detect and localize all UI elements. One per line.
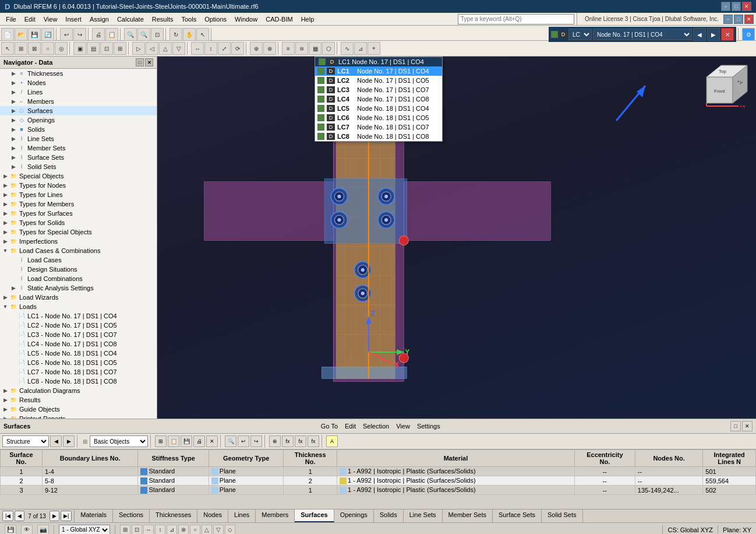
st-btn7[interactable]: ○: [190, 525, 200, 535]
ttb-btn5[interactable]: ✕: [206, 435, 218, 447]
tb2-6[interactable]: ▣: [73, 42, 86, 55]
tree-item-members[interactable]: ▶ ⌐ Members: [0, 97, 157, 106]
tree-toggle-printout-reports[interactable]: ▶: [1, 414, 9, 419]
tb2-25[interactable]: ⊿: [354, 42, 367, 55]
lc-dropdown-row-lc1[interactable]: D LC1 Node No. 17 | DS1 | CO4: [315, 66, 442, 76]
tree-item-member-sets[interactable]: ▶ ⌇ Member Sets: [0, 143, 157, 153]
lc-desc-select[interactable]: Node No. 17 | DS1 | CO4: [593, 29, 692, 40]
tb-rotate[interactable]: ↻: [169, 28, 182, 41]
bottom-tab-openings[interactable]: Openings: [334, 510, 374, 522]
ttb-btn7[interactable]: ↩: [238, 435, 249, 447]
nav-close-btn[interactable]: ✕: [145, 58, 153, 66]
bottom-tab-solid-sets[interactable]: Solid Sets: [542, 510, 583, 522]
tree-item-results[interactable]: ▶ 📁 Results: [0, 395, 157, 405]
tree-toggle-lc8-18-co8[interactable]: [9, 377, 17, 385]
page-first[interactable]: |◀: [2, 511, 13, 521]
tree-toggle-nodes[interactable]: ▶: [9, 79, 17, 87]
tree-item-types-special[interactable]: ▶ 📁 Types for Special Objects: [0, 227, 157, 237]
lc-dropdown-row-lc6[interactable]: D LC6 Node No. 18 | DS1 | CO5: [315, 113, 442, 122]
tree-item-thicknesses[interactable]: ▶ ≡ Thicknesses: [0, 69, 157, 78]
tree-item-design-situations[interactable]: ⌇ Design Situations: [0, 265, 157, 274]
tree-item-types-solids[interactable]: ▶ 📁 Types for Solids: [0, 218, 157, 227]
panel-restore[interactable]: □: [730, 421, 741, 431]
lc-dropdown-row-lc5[interactable]: D LC5 Node No. 18 | DS1 | CO4: [315, 104, 442, 113]
tb2-2[interactable]: ⊞: [15, 42, 27, 55]
menu-edit[interactable]: Edit: [21, 15, 39, 24]
bottom-tab-sections[interactable]: Sections: [113, 510, 150, 522]
tb2-4[interactable]: ○: [41, 42, 54, 55]
tree-toggle-results[interactable]: ▶: [1, 396, 9, 404]
tb-open[interactable]: 📂: [15, 28, 27, 41]
bottom-tab-member-sets[interactable]: Member Sets: [443, 510, 493, 522]
panel-close[interactable]: ✕: [742, 421, 753, 431]
tree-item-lc6-18-co5[interactable]: 📄 LC6 - Node No. 18 | DS1 | CO5: [0, 358, 157, 367]
tree-toggle-lc3-17-co7[interactable]: [9, 331, 17, 339]
menu-cad-bim[interactable]: CAD-BIM: [262, 15, 296, 24]
tree-item-load-cases[interactable]: ⌇ Load Cases: [0, 255, 157, 265]
st-btn9[interactable]: ▽: [213, 525, 224, 535]
tb2-5[interactable]: ◎: [55, 42, 68, 55]
tree-item-line-sets[interactable]: ▶ ⌇ Line Sets: [0, 134, 157, 143]
tree-item-lc2-17-co5[interactable]: 📄 LC2 - Node No. 17 | DS1 | CO5: [0, 321, 157, 330]
tb2-22[interactable]: ▦: [309, 42, 322, 55]
coordinate-system-select[interactable]: 1 - Global XYZ: [59, 525, 110, 535]
minimize-button[interactable]: −: [721, 2, 730, 11]
secondary-max[interactable]: □: [734, 15, 743, 24]
tree-toggle-types-nodes[interactable]: ▶: [1, 181, 9, 189]
tb-settings[interactable]: ⚙: [742, 28, 755, 41]
tb2-18[interactable]: ⊕: [250, 42, 263, 55]
tree-toggle-design-situations[interactable]: [9, 265, 17, 273]
close-button[interactable]: ✕: [742, 2, 751, 11]
tree-toggle-surface-sets[interactable]: ▶: [9, 153, 17, 161]
st-btn1[interactable]: ⊞: [120, 525, 130, 535]
tree-toggle-types-solids[interactable]: ▶: [1, 219, 9, 227]
structure-combo[interactable]: Structure: [2, 435, 49, 447]
tb2-10[interactable]: ▷: [132, 42, 145, 55]
st-btn4[interactable]: ↕: [155, 525, 165, 535]
tree-toggle-load-combinations[interactable]: [9, 275, 17, 283]
tb2-11[interactable]: ◁: [146, 42, 158, 55]
page-prev[interactable]: ◀: [15, 511, 24, 521]
tree-item-lines[interactable]: ▶ / Lines: [0, 87, 157, 97]
tree-toggle-lines[interactable]: ▶: [9, 88, 17, 96]
panel-menu-selection[interactable]: Selection: [362, 423, 390, 430]
panel-menu-view[interactable]: View: [395, 423, 411, 430]
lc-dropdown[interactable]: D LC1 Node No. 17 | DS1 | CO4 D LC1 Node…: [315, 57, 443, 142]
menu-calculate[interactable]: Calculate: [114, 15, 147, 24]
tree-toggle-solid-sets[interactable]: ▶: [9, 163, 17, 171]
tb-redo[interactable]: ↪: [73, 28, 86, 41]
tree-item-lc8-18-co8[interactable]: 📄 LC8 - Node No. 18 | DS1 | CO8: [0, 377, 157, 386]
tree-toggle-solids[interactable]: ▶: [9, 125, 17, 134]
bottom-tab-thicknesses[interactable]: Thicknesses: [150, 510, 197, 522]
menu-results[interactable]: Results: [149, 15, 177, 24]
bottom-tab-line-sets[interactable]: Line Sets: [404, 510, 443, 522]
nav-restore-btn[interactable]: □: [136, 58, 144, 66]
tree-toggle-guide-objects[interactable]: ▶: [1, 405, 9, 413]
tb2-13[interactable]: ▽: [172, 42, 185, 55]
lc-select[interactable]: LC1: [568, 29, 592, 40]
tb2-19[interactable]: ⊗: [263, 42, 276, 55]
tb2-15[interactable]: ↕: [204, 42, 217, 55]
tree-toggle-lc7-18-co7[interactable]: [9, 368, 17, 376]
ttb-color[interactable]: A: [326, 435, 338, 447]
lc-prev[interactable]: ◀: [693, 28, 706, 41]
ttb-btn10[interactable]: fx: [282, 435, 294, 447]
table-row[interactable]: 3 9-12 Standard Plane 1 1 - A992 | Isotr…: [1, 486, 756, 495]
tb2-7[interactable]: ▤: [87, 42, 100, 55]
tree-toggle-load-wizards[interactable]: ▶: [1, 293, 9, 301]
tree-toggle-lc2-17-co5[interactable]: [9, 321, 17, 329]
tree-item-guide-objects[interactable]: ▶ 📁 Guide Objects: [0, 405, 157, 414]
tree-toggle-lc4-17-co8[interactable]: [9, 340, 17, 348]
tree-toggle-line-sets[interactable]: ▶: [9, 135, 17, 143]
tb-save[interactable]: 💾: [28, 28, 41, 41]
tree-item-static-analysis[interactable]: ▶ ⌇ Static Analysis Settings: [0, 283, 157, 293]
menu-assign[interactable]: Assign: [86, 15, 112, 24]
tree-toggle-special-objects[interactable]: ▶: [1, 172, 9, 180]
basic-objects-combo[interactable]: Basic Objects: [90, 435, 148, 447]
tree-item-lc7-18-co7[interactable]: 📄 LC7 - Node No. 18 | DS1 | CO7: [0, 367, 157, 377]
tree-item-special-objects[interactable]: ▶ 📁 Special Objects: [0, 171, 157, 181]
ttb-btn9[interactable]: ⊕: [269, 435, 281, 447]
lc-dropdown-row-lc7[interactable]: D LC7 Node No. 18 | DS1 | CO7: [315, 122, 442, 132]
st-btn5[interactable]: ⊿: [167, 525, 177, 535]
tree-toggle-member-sets[interactable]: ▶: [9, 144, 17, 152]
